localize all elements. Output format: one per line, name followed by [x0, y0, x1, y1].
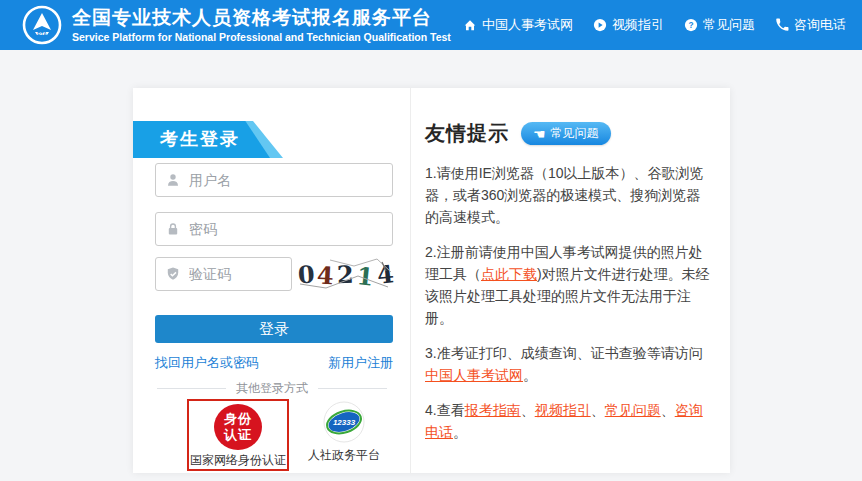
- divider-line: [318, 388, 387, 389]
- gov-12333-logo-icon: 12333: [323, 401, 365, 443]
- captcha-image[interactable]: 0 4 2 1 4: [298, 257, 393, 291]
- username-input[interactable]: [189, 172, 383, 188]
- nav-item-label: 咨询电话: [794, 16, 846, 34]
- tip-item-4: 4.查看报考指南、视频指引、常见问题、咨询电话。: [425, 399, 712, 443]
- header: PTA 全国专业技术人员资格考试报名服务平台 Service Platform …: [0, 0, 862, 50]
- tip-item-3: 3.准考证打印、成绩查询、证书查验等请访问中国人事考试网。: [425, 342, 712, 386]
- question-circle-icon: ?: [684, 18, 698, 32]
- lock-icon: [165, 221, 181, 237]
- badge-text-line1: 身份: [224, 411, 252, 427]
- faq-button-label: 常见问题: [551, 125, 599, 142]
- header-branding: PTA 全国专业技术人员资格考试报名服务平台 Service Platform …: [22, 5, 451, 45]
- forgot-credentials-link[interactable]: 找回用户名或密码: [155, 354, 259, 372]
- other-login-label: 其他登录方式: [236, 380, 308, 397]
- page-subtitle: Service Platform for National Profession…: [72, 31, 451, 43]
- tips-title: 友情提示: [425, 120, 509, 147]
- gov-platform-option[interactable]: 12333 人社政务平台: [299, 401, 389, 464]
- tips-header: 友情提示 ☚ 常见问题: [425, 120, 712, 147]
- divider-line: [157, 388, 226, 389]
- tip-text: 3.准考证打印、成绩查询、证书查验等请访问: [425, 345, 703, 361]
- nav-item-faq[interactable]: ? 常见问题: [684, 16, 755, 34]
- exam-guide-link[interactable]: 报考指南: [465, 402, 521, 418]
- password-input[interactable]: [189, 221, 383, 237]
- login-links-row: 找回用户名或密码 新用户注册: [155, 354, 393, 372]
- page-title: 全国专业技术人员资格考试报名服务平台: [72, 7, 451, 29]
- play-circle-icon: [593, 18, 607, 32]
- tip-text: 、: [661, 402, 675, 418]
- tip-text: 4.查看: [425, 402, 465, 418]
- badge-text-line2: 认证: [224, 427, 252, 443]
- captcha-noise-lines: [298, 257, 393, 291]
- nav-item-label: 常见问题: [703, 16, 755, 34]
- captcha-field[interactable]: [155, 257, 292, 291]
- nav-item-video-guide[interactable]: 视频指引: [593, 16, 664, 34]
- tip-text: 1.请使用IE浏览器（10以上版本）、谷歌浏览器，或者360浏览器的极速模式、搜…: [425, 165, 703, 225]
- nav-item-label: 中国人事考试网: [482, 16, 573, 34]
- password-field[interactable]: [155, 212, 393, 246]
- tip-item-2: 2.注册前请使用中国人事考试网提供的照片处理工具（点此下载)对照片文件进行处理。…: [425, 241, 712, 329]
- header-nav: 中国人事考试网 视频指引 ? 常见问题 咨询电话: [463, 16, 846, 34]
- nav-item-cpta-site[interactable]: 中国人事考试网: [463, 16, 573, 34]
- svg-text:?: ?: [688, 20, 693, 30]
- other-login-divider: 其他登录方式: [157, 380, 387, 397]
- title-block: 全国专业技术人员资格考试报名服务平台 Service Platform for …: [72, 7, 451, 43]
- id-auth-label: 国家网络身份认证: [190, 452, 286, 469]
- page: PTA 全国专业技术人员资格考试报名服务平台 Service Platform …: [0, 0, 862, 481]
- download-photo-tool-link[interactable]: 点此下载: [481, 266, 537, 282]
- login-button[interactable]: 登录: [155, 315, 393, 343]
- national-id-auth-option[interactable]: 身份 认证 国家网络身份认证: [187, 399, 289, 471]
- tips-panel: 友情提示 ☚ 常见问题 1.请使用IE浏览器（10以上版本）、谷歌浏览器，或者3…: [411, 88, 730, 473]
- candidate-login-banner: 考生登录: [133, 121, 288, 158]
- nav-item-hotline[interactable]: 咨询电话: [775, 16, 846, 34]
- phone-icon: [775, 18, 789, 32]
- identity-auth-badge-icon: 身份 认证: [214, 404, 262, 450]
- svg-text:PTA: PTA: [37, 31, 47, 37]
- pointing-hand-icon: ☚: [533, 127, 546, 141]
- register-link[interactable]: 新用户注册: [328, 354, 393, 372]
- tip-text: 。: [453, 424, 467, 440]
- captcha-input[interactable]: [189, 266, 282, 282]
- home-icon: [463, 18, 477, 32]
- username-field[interactable]: [155, 163, 393, 197]
- faq-button[interactable]: ☚ 常见问题: [521, 122, 611, 145]
- tip-text: 、: [521, 402, 535, 418]
- tip-text: 。: [523, 367, 537, 383]
- nav-item-label: 视频指引: [612, 16, 664, 34]
- tip-item-1: 1.请使用IE浏览器（10以上版本）、谷歌浏览器，或者360浏览器的极速模式、搜…: [425, 162, 712, 228]
- tip-text: 、: [591, 402, 605, 418]
- gov-platform-label: 人社政务平台: [308, 447, 380, 464]
- faq-link[interactable]: 常见问题: [605, 402, 661, 418]
- tips-list: 1.请使用IE浏览器（10以上版本）、谷歌浏览器，或者360浏览器的极速模式、搜…: [425, 162, 712, 443]
- cpta-site-link[interactable]: 中国人事考试网: [425, 367, 523, 383]
- user-icon: [165, 172, 181, 188]
- video-guide-link[interactable]: 视频指引: [535, 402, 591, 418]
- site-logo-icon: PTA: [22, 5, 62, 45]
- shield-check-icon: [165, 266, 181, 282]
- login-card: 考生登录 0 4 2 1 4: [133, 88, 730, 473]
- svg-text:12333: 12333: [333, 418, 356, 427]
